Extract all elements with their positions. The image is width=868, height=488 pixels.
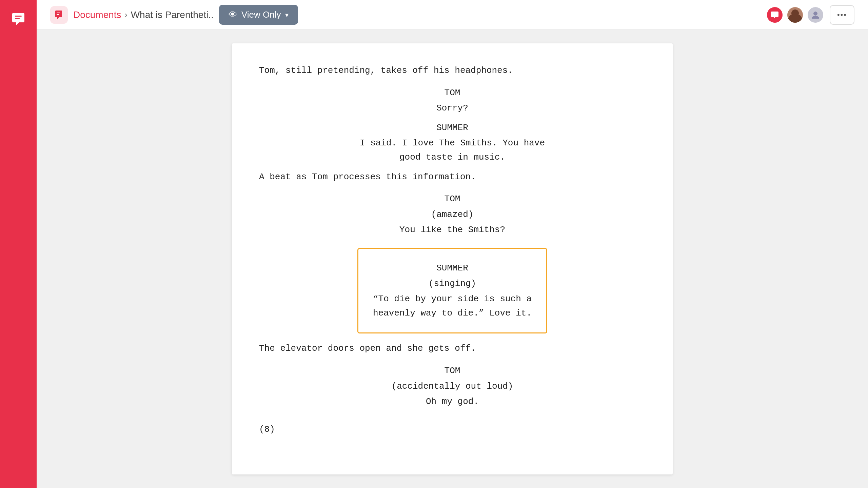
chevron-down-icon: ▾ <box>285 11 289 19</box>
svg-point-5 <box>813 12 817 16</box>
topbar-right: ••• <box>766 5 854 25</box>
highlighted-block-wrapper: SUMMER (singing) “To die by your side is… <box>259 243 646 342</box>
topbar: Documents › What is Parentheti.. 👁 View … <box>37 0 868 30</box>
svg-rect-4 <box>57 14 59 15</box>
dialogue-sorry: Sorry? <box>259 101 646 116</box>
avatar-user-3[interactable] <box>807 6 824 24</box>
content-area: Tom, still pretending, takes off his hea… <box>37 30 868 488</box>
character-tom-1: TOM <box>259 86 646 100</box>
document-page: Tom, still pretending, takes off his hea… <box>232 43 673 474</box>
character-summer-highlighted: SUMMER <box>372 261 533 276</box>
highlighted-block: SUMMER (singing) “To die by your side is… <box>357 248 547 333</box>
action-line-2: A beat as Tom processes this information… <box>259 170 646 184</box>
eye-icon: 👁 <box>229 9 237 20</box>
breadcrumb-separator: › <box>125 10 127 20</box>
breadcrumb-document-title: What is Parentheti.. <box>131 9 214 20</box>
breadcrumb-documents-link[interactable]: Documents <box>73 9 121 20</box>
svg-rect-1 <box>15 16 22 17</box>
parenthetical-accidentally: (accidentally out loud) <box>259 380 646 394</box>
parenthetical-singing: (singing) <box>372 277 533 291</box>
view-only-label: View Only <box>241 9 281 20</box>
dialogue-youlike: You like the Smiths? <box>259 223 646 237</box>
page-number: (8) <box>259 423 646 437</box>
dialogue-isaid: I said. I love The Smiths. You have good… <box>259 136 646 164</box>
more-options-button[interactable]: ••• <box>830 5 854 25</box>
avatar-user-1[interactable] <box>766 6 784 24</box>
dialogue-todie: “To die by your side is such a heavenly … <box>372 292 533 320</box>
breadcrumb: Documents › What is Parentheti.. <box>73 9 214 20</box>
view-only-button[interactable]: 👁 View Only ▾ <box>219 5 298 25</box>
svg-rect-3 <box>57 13 60 13</box>
action-line-1: Tom, still pretending, takes off his hea… <box>259 64 646 78</box>
action-line-3: The elevator doors open and she gets off… <box>259 342 646 356</box>
dialogue-ohmygod: Oh my god. <box>259 395 646 409</box>
script-content: Tom, still pretending, takes off his hea… <box>259 64 646 436</box>
avatar-group <box>766 6 824 24</box>
character-tom-2: TOM <box>259 192 646 206</box>
character-summer-1: SUMMER <box>259 121 646 135</box>
main-area: Documents › What is Parentheti.. 👁 View … <box>37 0 868 488</box>
document-icon-badge <box>50 6 68 24</box>
topbar-left: Documents › What is Parentheti.. 👁 View … <box>50 5 758 25</box>
app-sidebar <box>0 0 37 488</box>
avatar-user-2[interactable] <box>786 6 804 24</box>
app-logo[interactable] <box>6 6 31 30</box>
parenthetical-amazed: (amazed) <box>259 208 646 222</box>
character-tom-3: TOM <box>259 364 646 378</box>
svg-rect-2 <box>15 18 20 19</box>
